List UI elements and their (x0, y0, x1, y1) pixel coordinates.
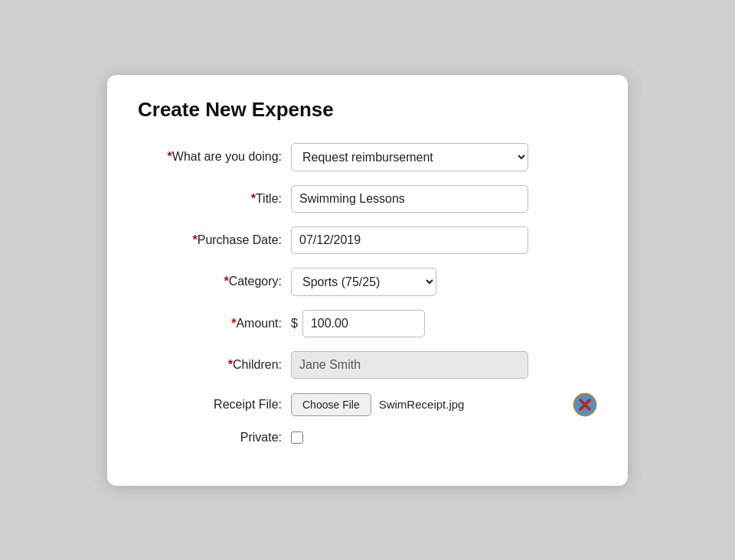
choose-file-button[interactable]: Choose File (291, 393, 371, 416)
category-select[interactable]: Sports (75/25) Education Medical Travel (291, 268, 436, 296)
purchase-date-input[interactable] (291, 226, 528, 254)
children-label: *Children: (138, 358, 291, 372)
currency-symbol: $ (291, 317, 298, 330)
private-checkbox[interactable] (291, 431, 303, 444)
create-expense-dialog: Create New Expense *What are you doing: … (107, 75, 628, 486)
file-name: SwimReceipt.jpg (379, 398, 465, 411)
receipt-file-label: Receipt File: (138, 398, 291, 412)
title-label: *Title: (138, 192, 291, 206)
amount-label: *Amount: (138, 317, 291, 330)
purchase-date-row: *Purchase Date: (138, 226, 597, 254)
what-doing-select[interactable]: Request reimbursement Purchase request C… (291, 143, 528, 171)
what-doing-row: *What are you doing: Request reimburseme… (138, 143, 597, 171)
purchase-date-label: *Purchase Date: (138, 233, 291, 247)
what-doing-label: *What are you doing: (138, 150, 291, 164)
amount-wrapper: $ (291, 310, 425, 337)
category-label: *Category: (138, 275, 291, 288)
title-row: *Title: (138, 185, 597, 213)
dialog-title: Create New Expense (138, 98, 597, 122)
clear-file-button[interactable] (573, 392, 597, 417)
title-input[interactable] (291, 185, 528, 213)
category-row: *Category: Sports (75/25) Education Medi… (138, 268, 597, 296)
private-label: Private: (138, 431, 291, 444)
amount-input[interactable] (302, 310, 425, 337)
x-circle-icon (573, 392, 597, 417)
amount-row: *Amount: $ (138, 310, 597, 337)
file-row-container: Choose File SwimReceipt.jpg (291, 392, 597, 417)
children-input[interactable] (291, 351, 528, 379)
private-row: Private: (138, 431, 597, 444)
children-row: *Children: (138, 351, 597, 379)
receipt-file-row: Receipt File: Choose File SwimReceipt.jp… (138, 392, 597, 417)
file-row: Choose File SwimReceipt.jpg (291, 393, 464, 416)
